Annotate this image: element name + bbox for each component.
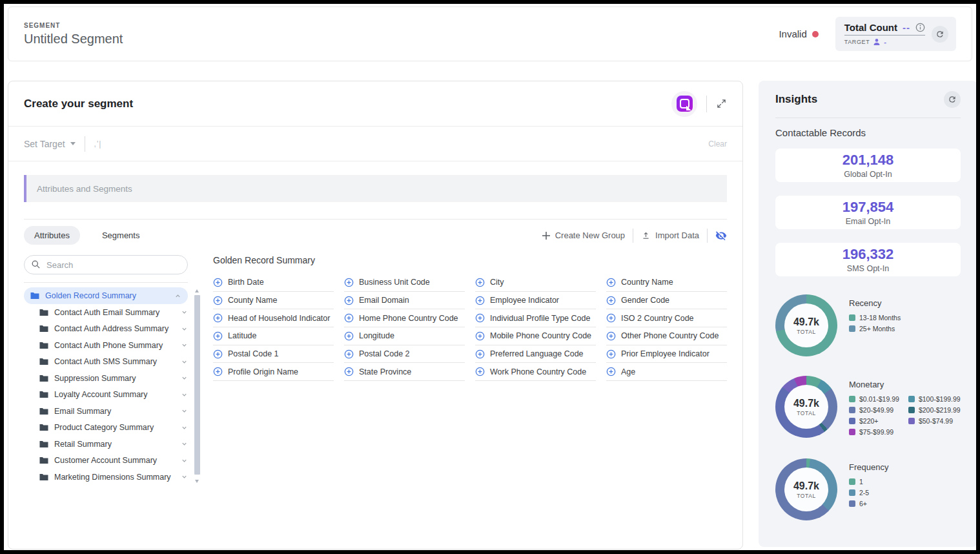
tree-item[interactable]: Loyalty Account Summary: [39, 387, 188, 404]
add-circle-icon[interactable]: [344, 313, 354, 323]
attribute-item[interactable]: Birth Date: [213, 274, 334, 292]
add-circle-icon[interactable]: [475, 331, 485, 341]
add-circle-icon[interactable]: [606, 296, 616, 305]
attribute-item[interactable]: Gender Code: [606, 292, 727, 310]
import-data-button[interactable]: Import Data: [641, 231, 699, 240]
add-circle-icon[interactable]: [606, 349, 616, 359]
chevron-down-icon[interactable]: [181, 309, 188, 316]
assistant-logo-button[interactable]: [671, 91, 697, 117]
chevron-down-icon[interactable]: [181, 440, 188, 447]
add-circle-icon[interactable]: [213, 313, 223, 323]
scrollbar-thumb[interactable]: [194, 295, 200, 475]
tree-item-root[interactable]: Golden Record Summary: [24, 287, 188, 304]
add-circle-icon[interactable]: [475, 367, 485, 376]
insights-panel: Insights Contactable Records 201,148 Glo…: [759, 81, 977, 547]
add-circle-icon[interactable]: [475, 349, 485, 359]
attribute-item[interactable]: Business Unit Code: [344, 274, 465, 292]
chevron-down-icon[interactable]: [181, 342, 188, 349]
attribute-item[interactable]: Employee Indicator: [475, 292, 596, 310]
attribute-item[interactable]: State Province: [344, 363, 465, 381]
tree-item[interactable]: Customer Account Summary: [39, 453, 188, 469]
attribute-item[interactable]: Latitude: [213, 327, 334, 345]
tree-item[interactable]: Contact Auth Email Summary: [39, 304, 188, 321]
attribute-item[interactable]: Postal Code 2: [344, 345, 465, 364]
tab-segments[interactable]: Segments: [92, 226, 150, 245]
attribute-item[interactable]: Postal Code 1: [213, 345, 334, 364]
tree-item[interactable]: Email Summary: [39, 403, 188, 420]
attribute-item[interactable]: Preferred Language Code: [475, 345, 596, 364]
attribute-item[interactable]: ISO 2 Country Code: [606, 309, 727, 327]
attribute-item[interactable]: Age: [606, 363, 727, 381]
chevron-down-icon[interactable]: [181, 424, 188, 431]
chevron-down-icon[interactable]: [181, 325, 188, 333]
chevron-down-icon[interactable]: [181, 358, 188, 365]
add-circle-icon[interactable]: [213, 349, 223, 359]
tab-attributes[interactable]: Attributes: [24, 226, 80, 245]
tree-item[interactable]: Contact Auth Phone Summary: [39, 337, 188, 354]
attribute-item[interactable]: Other Phone Country Code: [606, 327, 727, 345]
add-circle-icon[interactable]: [606, 367, 616, 376]
status-badge: Invalid: [779, 28, 818, 39]
attribute-label: Country Name: [621, 278, 673, 287]
attribute-item[interactable]: Longitude: [344, 327, 465, 345]
search-input[interactable]: [24, 255, 188, 274]
chevron-down-icon[interactable]: [181, 407, 188, 415]
add-circle-icon[interactable]: [606, 278, 616, 287]
expression-dropzone[interactable]: Attributes and Segments: [24, 175, 727, 202]
tree-scrollbar[interactable]: [194, 289, 200, 483]
attribute-item[interactable]: Work Phone Country Code: [475, 363, 596, 381]
attribute-item[interactable]: Home Phone Country Code: [344, 309, 465, 327]
legend-item: 6+: [849, 500, 888, 508]
add-circle-icon[interactable]: [344, 349, 354, 359]
add-circle-icon[interactable]: [344, 278, 354, 287]
tree-item[interactable]: Marketing Dimensions Summary: [39, 469, 188, 486]
tree-item[interactable]: Contact Auth Address Summary: [39, 321, 188, 338]
attribute-item[interactable]: Mobile Phone Country Code: [475, 327, 596, 345]
attribute-item[interactable]: Head of Household Indicator: [213, 309, 334, 327]
chevron-down-icon[interactable]: [181, 391, 188, 398]
tree-item[interactable]: Contact Auth SMS Summary: [39, 354, 188, 371]
chevron-down-icon[interactable]: [181, 374, 188, 382]
info-icon[interactable]: [915, 23, 925, 32]
total-count-refresh-button[interactable]: [932, 26, 948, 43]
insights-refresh-button[interactable]: [944, 91, 961, 108]
add-circle-icon[interactable]: [606, 313, 616, 323]
chevron-down-icon[interactable]: [181, 473, 188, 480]
add-circle-icon[interactable]: [213, 367, 223, 376]
divider: [633, 229, 633, 243]
add-circle-icon[interactable]: [475, 296, 485, 305]
target-value: -: [884, 38, 886, 46]
expand-button[interactable]: [716, 98, 727, 109]
set-target-dropdown[interactable]: Set Target: [24, 139, 76, 149]
chevron-down-icon[interactable]: [181, 457, 188, 464]
clear-button[interactable]: Clear: [708, 139, 727, 149]
create-new-group-button[interactable]: Create New Group: [542, 231, 625, 240]
folder-icon: [39, 309, 48, 316]
attribute-label: State Province: [359, 367, 411, 376]
attribute-item[interactable]: Prior Employee Indicator: [606, 345, 727, 364]
attribute-item[interactable]: Country Name: [606, 274, 727, 292]
tree-item[interactable]: Retail Summary: [39, 436, 188, 453]
legend-item: $20-$49.99: [849, 406, 899, 414]
attribute-item[interactable]: County Name: [213, 292, 334, 310]
attribute-item[interactable]: Email Domain: [344, 292, 465, 310]
add-circle-icon[interactable]: [344, 296, 354, 305]
chevron-up-icon[interactable]: [174, 292, 181, 300]
add-circle-icon[interactable]: [213, 278, 223, 287]
add-circle-icon[interactable]: [213, 296, 223, 305]
add-circle-icon[interactable]: [606, 331, 616, 341]
add-circle-icon[interactable]: [344, 367, 354, 376]
add-circle-icon[interactable]: [344, 331, 354, 341]
tree-item[interactable]: Product Category Summary: [39, 420, 188, 436]
add-circle-icon[interactable]: [475, 313, 485, 323]
hide-counts-button[interactable]: [715, 230, 727, 241]
chevron-down-icon: [70, 142, 76, 145]
formula-cursor-icon[interactable]: ,'|: [94, 139, 102, 149]
attribute-label: Individual Profile Type Code: [490, 314, 590, 323]
add-circle-icon[interactable]: [475, 278, 485, 287]
attribute-item[interactable]: City: [475, 274, 596, 292]
tree-item[interactable]: Suppression Summary: [39, 370, 188, 387]
attribute-item[interactable]: Individual Profile Type Code: [475, 309, 596, 327]
add-circle-icon[interactable]: [213, 331, 223, 341]
attribute-item[interactable]: Profile Origin Name: [213, 363, 334, 381]
